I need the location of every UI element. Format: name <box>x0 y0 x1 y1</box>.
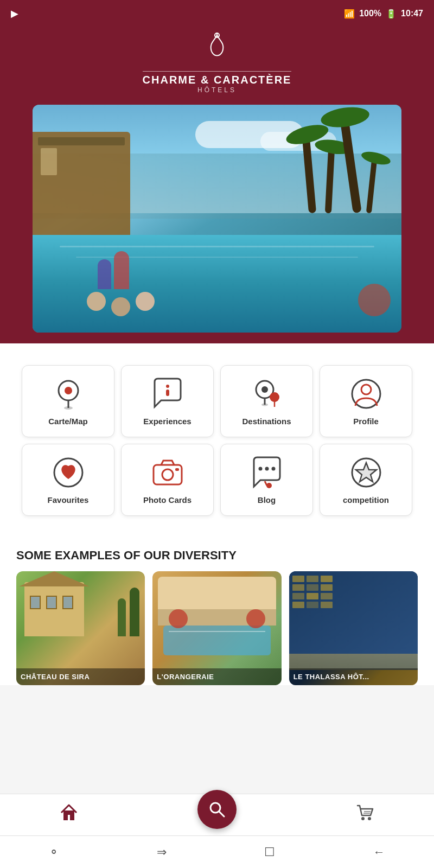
diversity-card-orangeraie[interactable]: L'ORANGERAIE <box>152 571 281 685</box>
palm-3 <box>340 121 362 214</box>
menu-label-profile: Profile <box>353 417 379 426</box>
stone-1 <box>87 292 106 311</box>
hero-building <box>33 132 130 251</box>
menu-label-blog: Blog <box>258 495 276 505</box>
page-bottom-spacer <box>0 685 434 761</box>
svg-point-18 <box>162 469 173 480</box>
pool-line <box>169 631 265 632</box>
chat-icon <box>250 455 284 490</box>
chateau-roof <box>19 571 90 586</box>
svg-point-22 <box>271 467 275 471</box>
cart-icon <box>355 803 375 823</box>
chateau-window-2 <box>46 596 57 609</box>
thalassa-windows-row-3 <box>292 593 414 599</box>
tw-7 <box>292 593 304 599</box>
menu-label-photo-cards: Photo Cards <box>143 495 192 505</box>
diversity-section: SOME EXAMPLES OF OUR DIVERSITY CHÂTEAU D… <box>0 538 434 685</box>
thalassa-glow <box>289 654 418 670</box>
tw-11 <box>307 602 318 608</box>
brand-name: CHARME & CARACTÈRE <box>143 71 292 86</box>
notification-icon: ▶ <box>11 8 18 20</box>
android-nav: ⚬ ⇒ ☐ ← <box>0 835 434 868</box>
tw-12 <box>321 602 333 608</box>
android-circle-btn[interactable]: ⚬ <box>49 845 59 859</box>
cart-button[interactable] <box>355 803 375 827</box>
android-menu-btn[interactable]: ⇒ <box>157 845 167 859</box>
chateau-label: CHÂTEAU DE SIRA <box>16 668 145 685</box>
profile-icon <box>349 376 384 411</box>
pool-reflection-1 <box>60 246 374 247</box>
stone-2 <box>111 297 130 316</box>
bottom-nav <box>0 794 434 835</box>
battery-icon: 🔋 <box>386 9 397 19</box>
menu-label-destinations: Destinations <box>242 417 291 426</box>
menu-label-favourites: Favourites <box>48 495 89 505</box>
chateau-window-3 <box>62 596 73 609</box>
hero-flowers <box>358 284 391 316</box>
svg-point-6 <box>166 385 169 388</box>
svg-point-21 <box>265 467 269 471</box>
tw-2 <box>307 576 318 582</box>
home-button[interactable] <box>59 803 79 827</box>
chateau-tree-2 <box>118 598 126 636</box>
tw-9 <box>321 593 333 599</box>
palm-2 <box>325 148 335 213</box>
thalassa-label: LE THALASSA HÔT... <box>289 668 418 685</box>
hero-pool <box>33 235 401 333</box>
menu-item-carte-map[interactable]: Carte/Map <box>22 365 114 437</box>
status-right: 📶 100% 🔋 10:47 <box>344 9 423 19</box>
time-display: 10:47 <box>401 9 423 18</box>
search-icon <box>208 800 226 819</box>
tw-10 <box>292 602 304 608</box>
parasol-2 <box>246 609 265 628</box>
svg-point-30 <box>361 817 365 820</box>
search-button[interactable] <box>197 790 237 829</box>
svg-point-3 <box>65 387 72 394</box>
android-back-btn[interactable]: ← <box>373 845 385 859</box>
thalassa-windows-row-4 <box>292 602 414 608</box>
diversity-title: SOME EXAMPLES OF OUR DIVERSITY <box>11 548 423 563</box>
logo-container: CHARME & CARACTÈRE HÔTELS <box>143 33 292 94</box>
tw-4 <box>292 584 304 591</box>
star-icon <box>349 455 384 490</box>
home-icon <box>59 803 79 822</box>
menu-item-blog[interactable]: Blog <box>220 444 313 516</box>
logo-symbol <box>143 33 292 70</box>
tw-5 <box>307 584 318 591</box>
menu-label-carte-map: Carte/Map <box>48 417 88 426</box>
menu-item-experiences[interactable]: Experiences <box>121 365 214 437</box>
svg-point-11 <box>261 404 268 406</box>
diversity-card-thalassa[interactable]: LE THALASSA HÔT... <box>289 571 418 685</box>
chateau-tree-1 <box>130 588 139 636</box>
menu-item-competition[interactable]: competition <box>320 444 412 516</box>
tw-8 <box>307 593 318 599</box>
tw-6 <box>321 584 333 591</box>
figure-2 <box>114 251 129 289</box>
status-bar: ▶ 📶 100% 🔋 10:47 <box>0 0 434 27</box>
brand-subtitle: HÔTELS <box>143 86 292 94</box>
wifi-icon: 📶 <box>344 9 355 19</box>
stepping-stones <box>87 292 155 316</box>
svg-line-29 <box>219 812 224 816</box>
svg-point-24 <box>266 483 272 488</box>
menu-item-profile[interactable]: Profile <box>320 365 412 437</box>
header: CHARME & CARACTÈRE HÔTELS <box>0 27 434 105</box>
menu-section: Carte/Map Experiences Destinations <box>0 343 434 538</box>
thalassa-windows-row-2 <box>292 584 414 591</box>
svg-point-31 <box>368 817 371 820</box>
diversity-card-chateau[interactable]: CHÂTEAU DE SIRA <box>16 571 145 685</box>
chateau-building <box>24 582 84 636</box>
tw-1 <box>292 576 304 582</box>
menu-label-experiences: Experiences <box>143 417 191 426</box>
svg-point-15 <box>361 385 371 394</box>
menu-item-destinations[interactable]: Destinations <box>220 365 313 437</box>
svg-rect-7 <box>166 390 169 396</box>
svg-point-20 <box>258 467 262 471</box>
orangeraie-pool <box>163 626 270 655</box>
android-square-btn[interactable]: ☐ <box>264 845 275 859</box>
svg-rect-17 <box>154 465 182 484</box>
menu-item-photo-cards[interactable]: Photo Cards <box>121 444 214 516</box>
figure-1 <box>98 259 111 289</box>
camera-icon <box>150 455 185 490</box>
menu-item-favourites[interactable]: Favourites <box>22 444 114 516</box>
